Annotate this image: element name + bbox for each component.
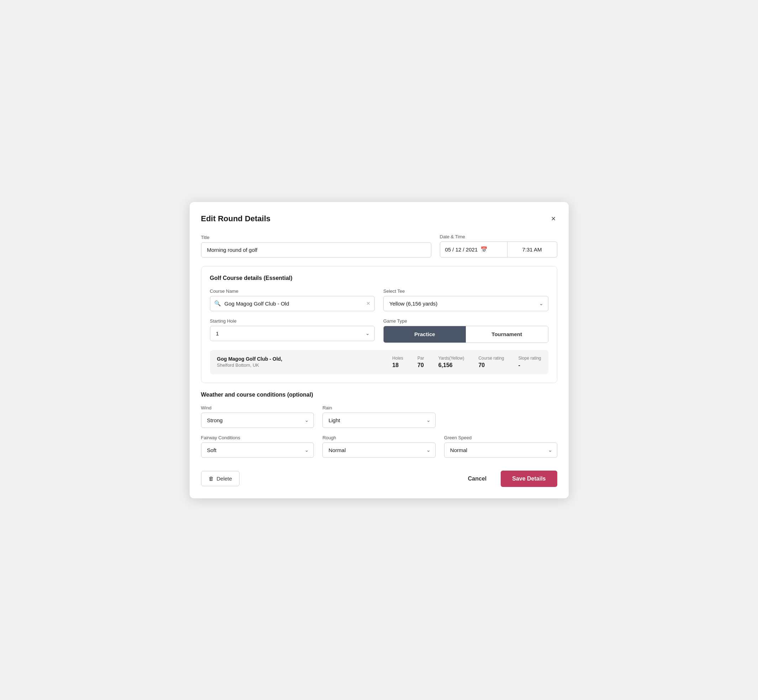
rain-label: Rain — [323, 405, 435, 411]
select-tee-group: Select Tee Yellow (6,156 yards) White Re… — [383, 289, 548, 311]
title-label: Title — [201, 235, 431, 240]
course-name-label: Course Name — [210, 289, 375, 294]
game-type-group: Game Type Practice Tournament — [383, 318, 548, 343]
calendar-icon: 📅 — [481, 246, 487, 253]
select-tee-label: Select Tee — [383, 289, 548, 294]
yards-stat: Yards(Yellow) 6,156 — [439, 356, 464, 369]
par-value: 70 — [417, 362, 424, 369]
delete-button[interactable]: 🗑 Delete — [201, 471, 240, 486]
delete-label: Delete — [217, 475, 232, 481]
trash-icon: 🗑 — [208, 475, 214, 481]
title-field-group: Title — [201, 235, 431, 258]
close-button[interactable]: × — [550, 213, 557, 224]
rough-select[interactable]: ShortNormal LongVery Long — [323, 442, 435, 458]
course-rating-stat: Course rating 70 — [478, 356, 504, 369]
practice-toggle-btn[interactable]: Practice — [384, 326, 466, 342]
tee-select[interactable]: Yellow (6,156 yards) White Red Blue — [383, 296, 548, 311]
course-rating-value: 70 — [478, 362, 485, 369]
rain-select-wrap: NoneLight ModerateHeavy ⌄ — [323, 412, 435, 428]
course-name-group: Course Name 🔍 ✕ — [210, 289, 375, 311]
par-stat: Par 70 — [417, 356, 424, 369]
course-stats: Holes 18 Par 70 Yards(Yellow) 6,156 Cour… — [392, 356, 541, 369]
slope-rating-label: Slope rating — [518, 356, 541, 361]
par-label: Par — [417, 356, 424, 361]
time-input[interactable]: 7:31 AM — [507, 242, 557, 258]
golf-course-section: Golf Course details (Essential) Course N… — [201, 266, 557, 383]
green-speed-group: Green Speed SlowNormal FastVery Fast ⌄ — [444, 435, 557, 458]
course-info-bar: Gog Magog Golf Club - Old, Shelford Bott… — [210, 350, 548, 374]
edit-round-modal: Edit Round Details × Title Date & Time 0… — [190, 202, 568, 498]
green-speed-select[interactable]: SlowNormal FastVery Fast — [444, 442, 557, 458]
course-info-location: Shelford Bottom, UK — [217, 362, 393, 368]
modal-footer: 🗑 Delete Cancel Save Details — [201, 468, 557, 487]
yards-label: Yards(Yellow) — [439, 356, 464, 361]
starting-hole-select[interactable]: 1234 5678 910 — [210, 326, 375, 341]
fairway-label: Fairway Conditions — [201, 435, 314, 441]
slope-rating-value: - — [518, 362, 520, 369]
game-type-label: Game Type — [383, 318, 548, 324]
rain-group: Rain NoneLight ModerateHeavy ⌄ — [323, 405, 435, 428]
course-tee-row: Course Name 🔍 ✕ Select Tee Yellow (6,156… — [210, 289, 548, 311]
wind-label: Wind — [201, 405, 314, 411]
date-value: 05 / 12 / 2021 — [445, 247, 478, 253]
modal-title: Edit Round Details — [201, 214, 271, 223]
course-info-name: Gog Magog Golf Club - Old, — [217, 356, 393, 362]
modal-header: Edit Round Details × — [201, 213, 557, 224]
footer-right: Cancel Save Details — [462, 470, 557, 487]
green-speed-select-wrap: SlowNormal FastVery Fast ⌄ — [444, 442, 557, 458]
rain-select[interactable]: NoneLight ModerateHeavy — [323, 412, 435, 428]
save-button[interactable]: Save Details — [501, 470, 557, 487]
course-input-wrap: 🔍 ✕ — [210, 296, 375, 311]
starting-hole-label: Starting Hole — [210, 318, 375, 324]
green-speed-label: Green Speed — [444, 435, 557, 441]
holes-label: Holes — [392, 356, 403, 361]
yards-value: 6,156 — [439, 362, 453, 369]
course-info-left: Gog Magog Golf Club - Old, Shelford Bott… — [217, 356, 393, 368]
holes-value: 18 — [392, 362, 399, 369]
fairway-select-wrap: SoftNormal FirmVery Firm ⌄ — [201, 442, 314, 458]
wind-select[interactable]: CalmLightModerate StrongVery Strong — [201, 412, 314, 428]
game-type-toggle: Practice Tournament — [383, 326, 548, 343]
cancel-button[interactable]: Cancel — [462, 471, 492, 486]
course-name-input[interactable] — [210, 296, 375, 311]
hole-gametype-row: Starting Hole 1234 5678 910 ⌄ Game Type … — [210, 318, 548, 343]
course-rating-label: Course rating — [478, 356, 504, 361]
wind-select-wrap: CalmLightModerate StrongVery Strong ⌄ — [201, 412, 314, 428]
weather-section: Weather and course conditions (optional)… — [201, 392, 557, 458]
wind-group: Wind CalmLightModerate StrongVery Strong… — [201, 405, 314, 428]
datetime-label: Date & Time — [440, 234, 557, 239]
date-input[interactable]: 05 / 12 / 2021 📅 — [440, 242, 507, 258]
rough-label: Rough — [323, 435, 435, 441]
wind-rain-row: Wind CalmLightModerate StrongVery Strong… — [201, 405, 557, 428]
rough-select-wrap: ShortNormal LongVery Long ⌄ — [323, 442, 435, 458]
rough-group: Rough ShortNormal LongVery Long ⌄ — [323, 435, 435, 458]
tournament-toggle-btn[interactable]: Tournament — [466, 326, 548, 342]
title-input[interactable] — [201, 242, 431, 258]
top-row: Title Date & Time 05 / 12 / 2021 📅 7:31 … — [201, 234, 557, 258]
weather-title: Weather and course conditions (optional) — [201, 392, 557, 398]
golf-course-title: Golf Course details (Essential) — [210, 275, 548, 281]
fairway-group: Fairway Conditions SoftNormal FirmVery F… — [201, 435, 314, 458]
fairway-select[interactable]: SoftNormal FirmVery Firm — [201, 442, 314, 458]
slope-rating-stat: Slope rating - — [518, 356, 541, 369]
datetime-field-group: Date & Time 05 / 12 / 2021 📅 7:31 AM — [440, 234, 557, 258]
time-value: 7:31 AM — [522, 247, 542, 253]
starting-hole-group: Starting Hole 1234 5678 910 ⌄ — [210, 318, 375, 343]
clear-icon[interactable]: ✕ — [366, 300, 370, 306]
hole-select-wrap: 1234 5678 910 ⌄ — [210, 326, 375, 341]
date-time-row: 05 / 12 / 2021 📅 7:31 AM — [440, 242, 557, 258]
tee-select-wrap: Yellow (6,156 yards) White Red Blue ⌄ — [383, 296, 548, 311]
holes-stat: Holes 18 — [392, 356, 403, 369]
fairway-rough-green-row: Fairway Conditions SoftNormal FirmVery F… — [201, 435, 557, 458]
